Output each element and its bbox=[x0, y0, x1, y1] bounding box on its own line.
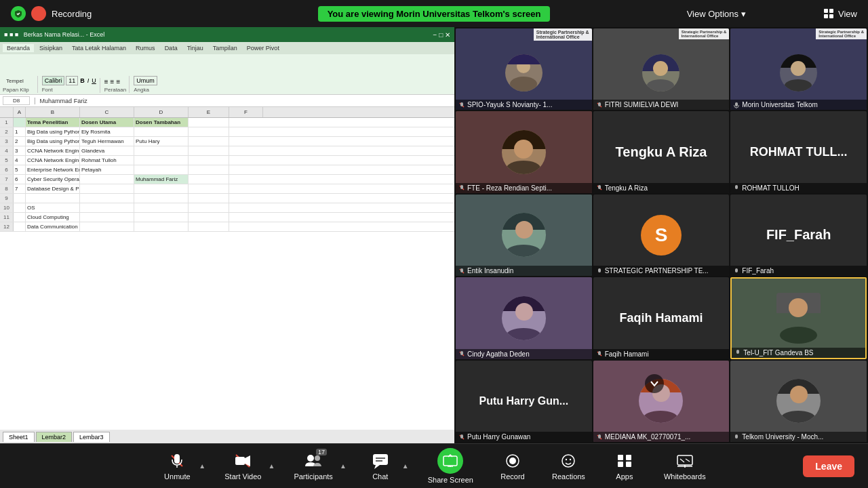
svg-rect-50 bbox=[618, 455, 623, 460]
svg-rect-25 bbox=[460, 434, 463, 439]
view-options-button[interactable]: View Options ▾ bbox=[687, 9, 746, 19]
underline-btn[interactable]: U bbox=[91, 77, 97, 85]
participant-name-fitri: FITRI SUMIELVIA DEWI bbox=[593, 100, 730, 110]
leave-button[interactable]: Leave bbox=[803, 455, 854, 477]
paste-btn[interactable]: Tempel bbox=[3, 77, 27, 85]
chat-group: Chat ▲ bbox=[353, 449, 416, 483]
svg-rect-22 bbox=[598, 351, 601, 355]
participants-caret[interactable]: ▲ bbox=[340, 462, 347, 470]
excel-spreadsheet: ■ ■ ■ Berkas Nama Relasi... - Excel − □ … bbox=[0, 27, 454, 443]
mic-active-icon bbox=[733, 184, 740, 191]
svg-point-36 bbox=[315, 455, 320, 461]
record-button[interactable]: Record bbox=[492, 449, 533, 483]
excel-title: ■ ■ ■ Berkas Nama Relasi... - Excel bbox=[4, 31, 104, 38]
recording-indicator: Recording bbox=[11, 6, 92, 21]
apps-icon bbox=[615, 451, 634, 470]
reactions-button[interactable]: Reactions bbox=[547, 449, 591, 483]
participants-icon: 17 bbox=[304, 451, 323, 470]
svg-point-47 bbox=[562, 455, 574, 467]
tab-tampilan[interactable]: Tampilan bbox=[209, 44, 241, 52]
participant-tile-strategic: S STRATEGIC PARTNERSHIP TE... bbox=[593, 195, 730, 276]
participants-count: 17 bbox=[316, 449, 327, 455]
share-screen-icon bbox=[437, 448, 463, 474]
tab-tinjau[interactable]: Tinjau bbox=[183, 44, 208, 52]
font-size[interactable]: 11 bbox=[66, 76, 78, 85]
sheet-tab-3[interactable]: Lembar3 bbox=[73, 432, 110, 442]
svg-rect-37 bbox=[373, 454, 388, 465]
share-screen-button[interactable]: Share Screen bbox=[422, 445, 479, 487]
strategic-avatar: S bbox=[641, 215, 682, 256]
svg-rect-54 bbox=[677, 455, 692, 465]
participant-name-tengku: Tengku A Riza bbox=[593, 183, 730, 193]
mic-muted-icon bbox=[596, 350, 603, 357]
tab-beranda[interactable]: Beranda bbox=[3, 44, 34, 52]
recording-dot bbox=[31, 6, 46, 21]
participant-tile-rohmat: ROHMAT TULL... ROHMAT TULLOH bbox=[730, 111, 867, 192]
table-row: 6 5 Enterprise Network Eng. Petayah bbox=[0, 165, 454, 175]
top-bar: Recording You are viewing Morin Universi… bbox=[0, 0, 868, 27]
mic-active-icon bbox=[733, 434, 740, 441]
reactions-label: Reactions bbox=[552, 472, 585, 481]
chat-icon bbox=[371, 451, 390, 470]
sheet-tab-2[interactable]: Lembar2 bbox=[36, 432, 73, 442]
align-right[interactable]: ≡ bbox=[116, 78, 120, 85]
participant-name-putu: Putu Harry Gunawan bbox=[456, 432, 592, 442]
svg-rect-33 bbox=[235, 457, 245, 465]
table-row: 8 7 Database Design & Prog... bbox=[0, 184, 454, 194]
svg-rect-11 bbox=[460, 185, 463, 189]
align-center[interactable]: ≡ bbox=[111, 78, 115, 85]
svg-rect-20 bbox=[460, 351, 463, 355]
whiteboards-label: Whiteboards bbox=[664, 472, 706, 481]
excel-ribbon-tabs: Beranda Sisipkan Tata Letak Halaman Rumu… bbox=[0, 42, 454, 54]
align-left[interactable]: ≡ bbox=[104, 78, 108, 85]
svg-point-48 bbox=[566, 459, 567, 460]
start-video-group: Start Video ▲ bbox=[212, 449, 281, 483]
tab-tata-letak[interactable]: Tata Letak Halaman bbox=[68, 44, 130, 52]
chat-button[interactable]: Chat bbox=[360, 449, 401, 483]
screen-share-area: ■ ■ ■ Berkas Nama Relasi... - Excel − □ … bbox=[0, 27, 454, 443]
chevron-down-icon bbox=[650, 379, 659, 388]
participants-label: Participants bbox=[294, 472, 332, 481]
tab-data[interactable]: Data bbox=[161, 44, 182, 52]
mic-muted-icon bbox=[458, 350, 465, 357]
svg-line-58 bbox=[686, 459, 690, 462]
excel-sheet-tabs: Sheet1 Lembar2 Lembar3 bbox=[0, 430, 454, 443]
bold-btn[interactable]: B bbox=[79, 77, 85, 85]
participant-tile-fif-farah: FIF_Farah FIF_Farah bbox=[730, 195, 867, 276]
participant-name-cindy: Cindy Agatha Deden bbox=[456, 349, 592, 359]
tab-rumus[interactable]: Rumus bbox=[132, 44, 159, 52]
cell-reference[interactable]: D8 bbox=[3, 96, 30, 105]
italic-btn[interactable]: I bbox=[87, 77, 90, 85]
tab-sisipkan[interactable]: Sisipkan bbox=[35, 44, 66, 52]
chat-caret[interactable]: ▲ bbox=[402, 462, 409, 470]
whiteboards-button[interactable]: Whiteboards bbox=[658, 449, 711, 483]
green-status-dot bbox=[11, 6, 26, 21]
unmute-button[interactable]: Unmute bbox=[157, 449, 197, 483]
svg-rect-3 bbox=[829, 14, 833, 18]
svg-rect-23 bbox=[736, 350, 739, 354]
participant-tile-telkom-moch: Telkom University - Moch... bbox=[730, 361, 867, 442]
screen-share-banner: You are viewing Morin Universitas Telkom… bbox=[318, 6, 551, 22]
participants-button[interactable]: 17 Participants bbox=[288, 449, 338, 483]
start-video-button[interactable]: Start Video bbox=[219, 449, 267, 483]
svg-rect-41 bbox=[443, 456, 457, 466]
excel-formula-bar: D8 | Muhammad Fariz bbox=[0, 95, 454, 107]
svg-rect-27 bbox=[598, 434, 601, 439]
apps-button[interactable]: Apps bbox=[604, 449, 645, 483]
sheet-tab-1[interactable]: Sheet1 bbox=[3, 432, 35, 442]
participant-name-spio: SPIO-Yayuk S Novianty- 1... bbox=[456, 100, 592, 110]
excel-grid: 1 Tema Penelitian Dosen Utama Dosen Tamb… bbox=[0, 118, 454, 232]
font-name[interactable]: Calibri bbox=[42, 76, 65, 85]
unmute-caret[interactable]: ▲ bbox=[199, 462, 205, 470]
unmute-icon bbox=[167, 451, 186, 470]
number-format[interactable]: Umum bbox=[134, 76, 157, 85]
tab-power-pivot[interactable]: Power Pivot bbox=[243, 44, 283, 52]
participant-name-morin: Morin Universitas Telkom bbox=[730, 100, 867, 110]
formula-content[interactable]: Muhammad Fariz bbox=[40, 98, 87, 104]
grid-view-icon bbox=[823, 8, 834, 19]
video-caret[interactable]: ▲ bbox=[268, 462, 275, 470]
excel-title-bar: ■ ■ ■ Berkas Nama Relasi... - Excel − □ … bbox=[0, 27, 454, 42]
scroll-down-button[interactable] bbox=[645, 374, 664, 393]
participant-name-reza: FTE - Reza Rendian Septi... bbox=[456, 183, 592, 193]
participant-name-entik: Entik Insanudin bbox=[456, 266, 592, 276]
